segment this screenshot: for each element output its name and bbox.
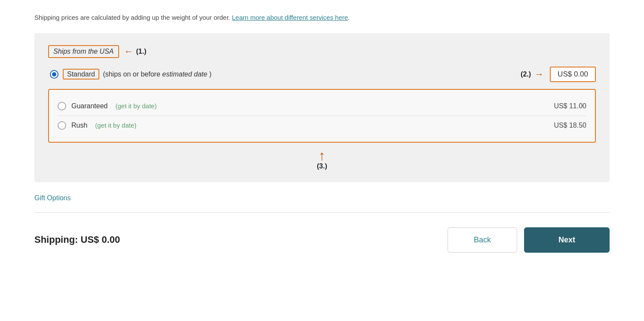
arrow-annotation-1: ← (1.) (124, 46, 147, 57)
guaranteed-price: US$ 11.00 (554, 102, 586, 110)
options-box: Guaranteed (get it by date) US$ 11.00 Ru… (48, 89, 596, 143)
standard-option-left: Standard (ships on or before estimated d… (50, 70, 212, 79)
annotation-2-row: (2.) → (521, 69, 544, 80)
guaranteed-date: (get it by date) (116, 102, 157, 110)
rush-option-row: Rush (get it by date) US$ 18.50 (58, 116, 586, 135)
ships-from-label: Ships from the USA (48, 45, 119, 58)
ships-from-row: Ships from the USA ← (1.) (48, 45, 596, 58)
guaranteed-name: Guaranteed (71, 102, 108, 110)
arrow-right-icon: → (534, 69, 544, 80)
info-text: Shipping prices are calculated by adding… (34, 13, 610, 23)
standard-name: Standard (63, 69, 99, 79)
rush-price: US$ 18.50 (554, 122, 586, 129)
standard-description: (ships on or before (103, 70, 160, 78)
rush-date: (get it by date) (95, 122, 136, 129)
guaranteed-option-left: Guaranteed (get it by date) (58, 102, 156, 110)
shipping-card: Ships from the USA ← (1.) Standard (ship… (34, 33, 610, 182)
annotation-3-label: (3.) (317, 162, 327, 170)
standard-text: Standard (ships on or before estimated d… (63, 70, 212, 78)
gift-options-link[interactable]: Gift Options (34, 194, 610, 202)
divider (34, 212, 610, 213)
annotation-2-label: (2.) (521, 70, 531, 78)
standard-option-row: Standard (ships on or before estimated d… (48, 67, 596, 82)
annotation-3-row: ↑ (3.) (48, 149, 596, 170)
standard-price: US$ 0.00 (550, 67, 596, 82)
info-description: Shipping prices are calculated by adding… (34, 14, 230, 21)
standard-radio[interactable] (50, 70, 58, 79)
standard-option-right: (2.) → US$ 0.00 (521, 67, 596, 82)
annotation-1-label: (1.) (136, 48, 147, 55)
learn-more-link[interactable]: Learn more about different services here (232, 14, 348, 21)
arrow-left-icon: ← (124, 46, 134, 57)
rush-option-left: Rush (get it by date) (58, 121, 136, 130)
next-button[interactable]: Next (524, 227, 610, 253)
back-button[interactable]: Back (448, 227, 517, 253)
standard-desc-close: ) (209, 70, 212, 78)
button-group: Back Next (448, 227, 610, 253)
standard-estimated: estimated date (162, 70, 207, 78)
guaranteed-radio[interactable] (58, 102, 66, 110)
bottom-row: Shipping: US$ 0.00 Back Next (34, 223, 610, 257)
guaranteed-option-row: Guaranteed (get it by date) US$ 11.00 (58, 97, 586, 116)
shipping-total: Shipping: US$ 0.00 (34, 234, 120, 245)
arrow-up-icon: ↑ (319, 149, 325, 162)
rush-name: Rush (71, 122, 87, 129)
rush-radio[interactable] (58, 121, 66, 130)
